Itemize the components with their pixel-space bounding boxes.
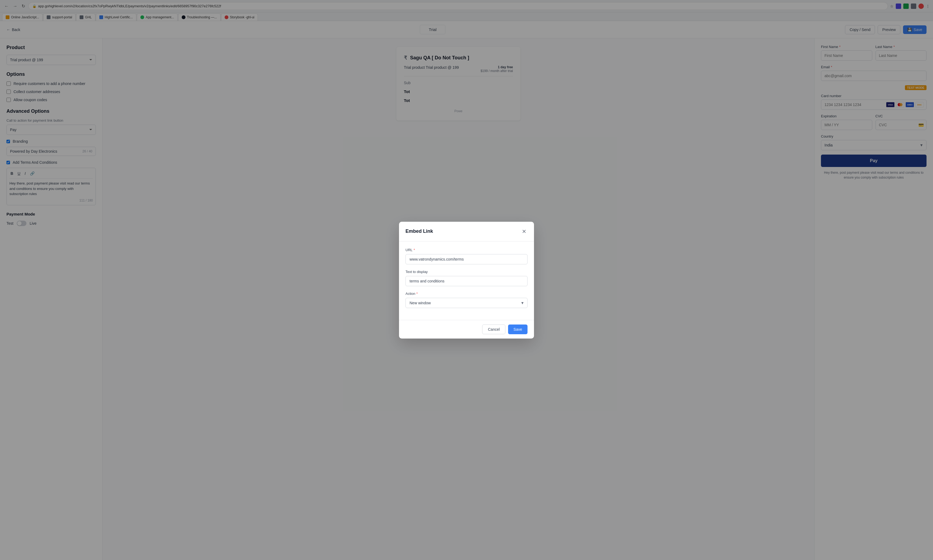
- text-display-input[interactable]: [406, 276, 527, 286]
- text-display-field: Text to display: [406, 270, 527, 286]
- modal-title: Embed Link: [406, 228, 433, 234]
- action-label: Action *: [406, 292, 527, 295]
- embed-link-modal: Embed Link ✕ URL * Text to display Actio…: [399, 222, 534, 338]
- modal-save-button[interactable]: Save: [508, 325, 527, 334]
- url-field: URL *: [406, 248, 527, 265]
- url-label: URL *: [406, 248, 527, 252]
- url-input[interactable]: [406, 254, 527, 265]
- action-select[interactable]: New window Same window: [406, 298, 527, 308]
- text-display-label: Text to display: [406, 270, 527, 274]
- modal-header: Embed Link ✕: [399, 222, 534, 242]
- action-select-wrapper: New window Same window ▼: [406, 298, 527, 308]
- modal-overlay[interactable]: Embed Link ✕ URL * Text to display Actio…: [0, 0, 933, 560]
- action-required-star: *: [416, 292, 418, 295]
- cancel-button[interactable]: Cancel: [482, 325, 505, 334]
- modal-close-button[interactable]: ✕: [521, 227, 527, 236]
- action-field: Action * New window Same window ▼: [406, 292, 527, 308]
- modal-body: URL * Text to display Action * New windo…: [399, 242, 534, 320]
- modal-footer: Cancel Save: [399, 320, 534, 338]
- url-required-star: *: [413, 248, 415, 252]
